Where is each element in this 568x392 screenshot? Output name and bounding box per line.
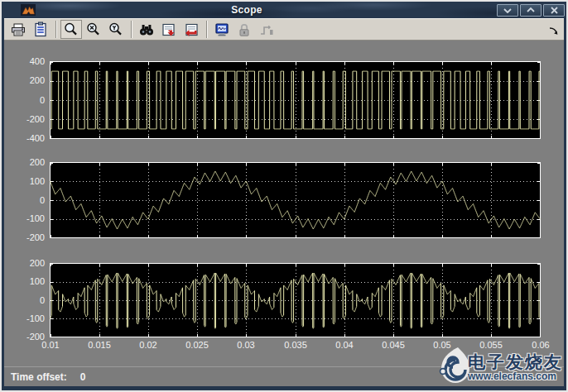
y-tick-label: 0 bbox=[7, 95, 45, 106]
parameters-button[interactable] bbox=[30, 20, 51, 39]
x-tick-label: 0.05 bbox=[421, 340, 463, 351]
signal-selection-button[interactable] bbox=[256, 20, 277, 39]
save-axes-icon bbox=[161, 22, 177, 38]
chevron-down-icon bbox=[503, 7, 512, 13]
printer-icon bbox=[10, 22, 26, 38]
y-tick-label: 200 bbox=[7, 258, 45, 269]
status-bar: Time offset: 0 bbox=[4, 366, 564, 386]
y-tick-label: 100 bbox=[7, 176, 45, 187]
x-tick-label: 0.02 bbox=[128, 340, 169, 351]
x-tick-label: 0.06 bbox=[520, 340, 561, 351]
y-tick-label: 200 bbox=[7, 157, 45, 168]
figure-area: 4002000-200-4002001000-100-2002001000-10… bbox=[4, 41, 564, 366]
y-tick-label: 100 bbox=[7, 276, 45, 287]
parameters-icon bbox=[32, 22, 49, 38]
floating-scope-icon bbox=[214, 22, 230, 38]
titlebar[interactable]: Scope bbox=[2, 2, 566, 18]
autoscale-button[interactable] bbox=[136, 20, 157, 39]
y-tick-label: -200 bbox=[7, 232, 45, 243]
toolbar-separator bbox=[55, 21, 57, 38]
x-tick-label: 0.01 bbox=[30, 340, 71, 351]
time-offset-label: Time offset: bbox=[11, 371, 67, 383]
lock-axes-button[interactable] bbox=[233, 20, 255, 39]
time-offset-value: 0 bbox=[80, 371, 86, 383]
toolbar-overflow-arrow[interactable] bbox=[547, 24, 561, 37]
zoom-x-icon bbox=[85, 22, 102, 38]
window-controls bbox=[497, 4, 565, 17]
window-title: Scope bbox=[2, 4, 492, 16]
x-tick-label: 0.045 bbox=[373, 340, 414, 351]
close-button[interactable] bbox=[543, 4, 565, 17]
zoom-y-icon bbox=[108, 22, 124, 38]
x-tick-label: 0.055 bbox=[470, 340, 512, 351]
y-tick-label: 400 bbox=[7, 56, 45, 67]
overflow-arrow-icon bbox=[547, 24, 561, 37]
toolbar bbox=[4, 18, 564, 41]
restore-axes-icon bbox=[183, 22, 200, 38]
floating-scope-button[interactable] bbox=[211, 20, 233, 39]
scope-plot-voltage[interactable] bbox=[50, 61, 541, 139]
save-axes-button[interactable] bbox=[158, 20, 180, 39]
signal-selection-icon bbox=[258, 22, 275, 38]
scope-plot-source-current[interactable] bbox=[50, 263, 541, 337]
lock-icon bbox=[236, 22, 253, 38]
zoom-button[interactable] bbox=[60, 20, 82, 39]
maximize-button[interactable] bbox=[520, 4, 542, 17]
x-tick-label: 0.025 bbox=[176, 340, 218, 351]
scope-window: Scope bbox=[0, 0, 568, 392]
x-tick-label: 0.035 bbox=[275, 340, 316, 351]
window-frame: Scope bbox=[2, 2, 566, 390]
x-tick-label: 0.03 bbox=[225, 340, 267, 351]
scope-plot-load-current[interactable] bbox=[50, 162, 541, 238]
close-icon bbox=[551, 7, 558, 14]
chevron-up-icon bbox=[527, 7, 535, 13]
y-tick-label: 0 bbox=[7, 195, 45, 206]
zoom-x-button[interactable] bbox=[83, 20, 104, 39]
restore-axes-button[interactable] bbox=[181, 20, 202, 39]
x-tick-label: 0.015 bbox=[79, 340, 120, 351]
y-tick-label: -100 bbox=[7, 313, 45, 324]
y-tick-label: 0 bbox=[7, 295, 45, 306]
binoculars-icon bbox=[138, 22, 155, 38]
minimize-button[interactable] bbox=[497, 4, 518, 17]
y-tick-label: -200 bbox=[7, 114, 45, 125]
y-tick-label: 200 bbox=[7, 75, 45, 86]
toolbar-separator bbox=[206, 21, 208, 38]
x-tick-label: 0.04 bbox=[324, 340, 365, 351]
zoom-icon bbox=[63, 22, 79, 38]
print-button[interactable] bbox=[7, 20, 29, 39]
toolbar-separator bbox=[131, 21, 132, 38]
zoom-y-button[interactable] bbox=[105, 20, 127, 39]
y-tick-label: -100 bbox=[7, 213, 45, 224]
y-tick-label: -400 bbox=[7, 133, 45, 144]
